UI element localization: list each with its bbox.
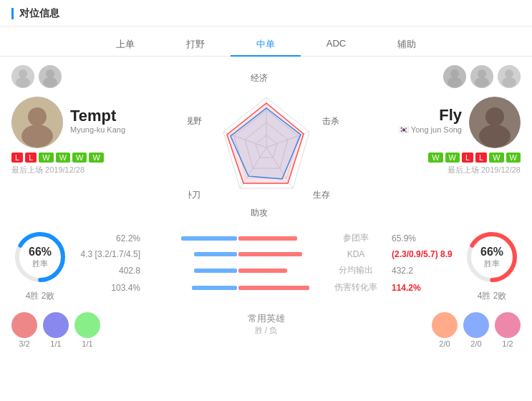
hero-record: 1/2 xyxy=(502,339,513,348)
badge: L xyxy=(475,153,487,163)
svg-point-8 xyxy=(21,125,53,148)
comparison-area: Tempt Myung-ku Kang LLWWWW 最后上场 2019/12/… xyxy=(0,57,532,228)
right-winrate-circle: 66% 胜率 xyxy=(463,228,521,286)
stat-left-value: 62.2% xyxy=(69,233,147,243)
badge: L xyxy=(11,153,23,163)
heroes-center: 常用英雄 胜 / 负 xyxy=(248,312,285,336)
left-record-badges: LLWWWW xyxy=(11,153,104,163)
right-flag: 🇰🇷 xyxy=(399,125,409,134)
left-player-name: Tempt xyxy=(70,107,125,125)
left-hero-item: 1/1 xyxy=(43,312,69,348)
svg-point-2 xyxy=(16,77,30,87)
right-hero-item: 2/0 xyxy=(463,312,489,348)
right-record-badges: WWLLWW xyxy=(428,153,521,163)
left-winrate-pct: 66% xyxy=(29,245,52,259)
svg-text:补刀: 补刀 xyxy=(188,190,200,200)
tab-1[interactable]: 打野 xyxy=(160,34,231,57)
right-large-avatar xyxy=(469,97,521,148)
right-small-avatar-3 xyxy=(443,65,466,88)
stat-right-value: 432.2 xyxy=(385,266,463,276)
left-small-avatar-1 xyxy=(11,65,34,88)
section-header: 对位信息 xyxy=(0,0,532,26)
left-hero-item: 1/1 xyxy=(74,312,100,348)
right-winrate-pct: 66% xyxy=(480,245,503,259)
left-winrate-box: 66% 胜率 4胜 2败 xyxy=(11,228,69,302)
tab-0[interactable]: 上单 xyxy=(90,34,160,57)
section-bar xyxy=(11,8,14,19)
section-title: 对位信息 xyxy=(19,7,59,20)
left-player-top xyxy=(11,65,62,88)
stat-right-value: 65.9% xyxy=(385,233,463,243)
left-winrate-circle: 66% 胜率 xyxy=(11,228,69,286)
right-winrate-box: 66% 胜率 4胜 2败 xyxy=(463,228,521,302)
left-winrate-text: 66% 胜率 xyxy=(29,245,52,269)
stat-bars xyxy=(147,252,327,256)
tab-3[interactable]: ADC xyxy=(301,34,372,57)
tabs-row: 上单打野中单ADC辅助 xyxy=(0,26,532,57)
hero-record: 1/1 xyxy=(50,339,61,348)
stat-label: KDA xyxy=(327,249,385,259)
hero-record: 2/0 xyxy=(439,339,450,348)
right-player-realname: 🇰🇷 Yong jun Song xyxy=(399,125,462,135)
tab-4[interactable]: 辅助 xyxy=(372,34,442,57)
svg-text:生存: 生存 xyxy=(313,190,330,200)
left-player-realname: Myung-ku Kang xyxy=(70,125,125,134)
hero-record: 3/2 xyxy=(19,339,29,348)
badge: W xyxy=(506,153,521,163)
right-player-text: Fly 🇰🇷 Yong jun Song xyxy=(399,106,462,134)
tab-2[interactable]: 中单 xyxy=(231,34,301,57)
badge: W xyxy=(445,153,460,163)
stat-label: 参团率 xyxy=(327,232,385,244)
left-small-avatar-2 xyxy=(39,65,62,88)
badge: W xyxy=(89,153,103,163)
svg-point-31 xyxy=(475,77,489,87)
right-player-name: Fly xyxy=(399,106,462,125)
svg-point-7 xyxy=(28,107,47,126)
svg-point-1 xyxy=(19,69,27,78)
radar-container: 经济 击杀 生存 助攻 补刀 视野 xyxy=(188,65,345,223)
right-winrate-record: 4胜 2败 xyxy=(478,290,507,302)
stat-left-value: 103.4% xyxy=(69,283,147,293)
right-player: Fly 🇰🇷 Yong jun Song WWLLWW 最后上场 2019/12… xyxy=(377,65,521,175)
right-player-top xyxy=(443,65,521,88)
svg-text:经济: 经济 xyxy=(251,73,268,83)
heroes-sub-label: 胜 / 负 xyxy=(248,325,285,336)
stat-left-value: 402.8 xyxy=(69,266,147,276)
stat-row-0: 62.2%参团率65.9% xyxy=(69,232,463,244)
heroes-section: 3/2 1/1 1/1 常用英雄 胜 / 负 2/0 2/0 1/2 xyxy=(0,309,532,355)
svg-point-4 xyxy=(46,69,54,78)
left-heroes: 3/2 1/1 1/1 xyxy=(11,312,100,348)
left-winrate-label: 胜率 xyxy=(29,259,52,269)
right-small-avatar-1 xyxy=(498,65,521,88)
svg-text:击杀: 击杀 xyxy=(322,116,339,126)
svg-point-27 xyxy=(505,69,513,78)
hero-record: 2/0 xyxy=(470,339,481,348)
svg-point-37 xyxy=(479,125,511,148)
winrate-stats-section: 66% 胜率 4胜 2败 62.2%参团率65.9%4.3 [3.2/1.7/4… xyxy=(0,228,532,309)
badge: L xyxy=(462,153,473,163)
svg-marker-19 xyxy=(227,103,304,183)
badge: W xyxy=(489,153,503,163)
stat-right-value: (2.3/0.9/5.7) 8.9 xyxy=(385,249,463,259)
radar-area: 经济 击杀 生存 助攻 补刀 视野 xyxy=(155,65,377,223)
left-hero-item: 3/2 xyxy=(11,312,37,348)
right-player-info: Fly 🇰🇷 Yong jun Song xyxy=(399,92,521,148)
svg-point-33 xyxy=(450,69,459,78)
svg-point-5 xyxy=(43,77,57,87)
stats-middle: 62.2%参团率65.9%4.3 [3.2/1.7/4.5]KDA(2.3/0.… xyxy=(69,232,463,299)
stat-bars xyxy=(147,269,327,273)
badge: W xyxy=(428,153,442,163)
left-player-text: Tempt Myung-ku Kang xyxy=(70,107,125,134)
stat-row-2: 402.8分均输出432.2 xyxy=(69,264,463,276)
svg-point-28 xyxy=(502,77,516,87)
right-last-game: 最后上场 2019/12/28 xyxy=(448,165,521,175)
right-winrate-text: 66% 胜率 xyxy=(480,245,503,269)
right-hero-item: 1/2 xyxy=(495,312,521,348)
stat-right-value: 114.2% xyxy=(385,283,463,293)
badge: W xyxy=(72,153,87,163)
right-hero-item: 2/0 xyxy=(432,312,458,348)
svg-point-30 xyxy=(478,69,486,78)
svg-text:助攻: 助攻 xyxy=(251,208,268,218)
badge: L xyxy=(25,153,37,163)
right-winrate-label: 胜率 xyxy=(480,259,503,269)
